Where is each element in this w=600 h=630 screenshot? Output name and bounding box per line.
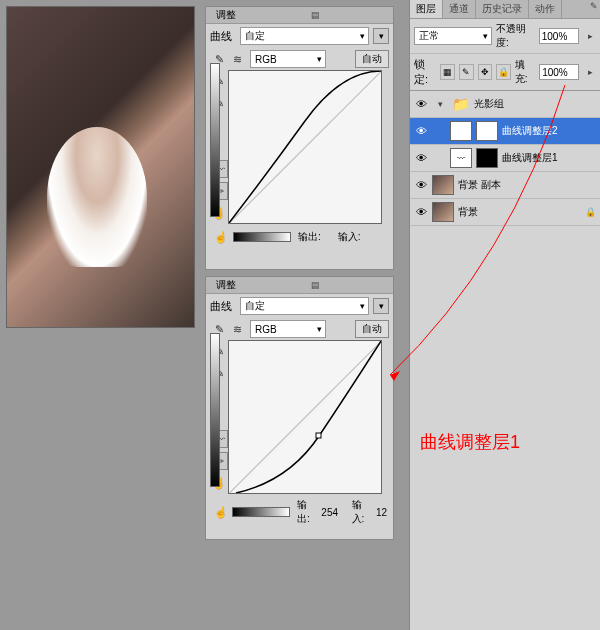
layer-group[interactable]: 👁 ▾ 📁 光影组 <box>410 91 600 118</box>
panel-header: 调整 ▤ <box>206 7 393 24</box>
tab-channels[interactable]: 通道 <box>443 0 476 18</box>
channel-icon: ≋ <box>228 50 246 68</box>
visibility-icon[interactable]: 👁 <box>414 205 428 219</box>
preset-menu-button[interactable]: ▾ <box>373 298 389 314</box>
preset-label: 曲线 <box>210 29 236 44</box>
menu-icon[interactable]: ▤ <box>310 9 322 21</box>
adjustment-thumb-icon: 〰 <box>450 121 472 141</box>
layer-curves-1[interactable]: 👁 〰 曲线调整层1 <box>410 145 600 172</box>
panel-title: 调整 <box>216 8 236 22</box>
input-value: 12 <box>376 507 387 518</box>
output-gradient-icon <box>210 63 220 217</box>
curve-graph[interactable] <box>228 70 382 224</box>
opacity-input[interactable]: 100% <box>539 28 579 44</box>
preset-select[interactable]: 自定 <box>240 27 369 45</box>
layer-bg-copy[interactable]: 👁 背景 副本 <box>410 172 600 199</box>
auto-button[interactable]: 自动 <box>355 50 389 68</box>
chevron-right-icon[interactable]: ▸ <box>585 66 596 78</box>
chevron-right-icon[interactable]: ▸ <box>585 30 596 42</box>
svg-rect-0 <box>316 433 321 438</box>
image-thumb-icon <box>432 202 454 222</box>
photo-preview <box>6 6 195 328</box>
fill-label: 填充: <box>515 58 535 86</box>
channel-select[interactable]: RGB <box>250 320 326 338</box>
preset-menu-button[interactable]: ▾ <box>373 28 389 44</box>
blend-mode-select[interactable]: 正常 <box>414 27 492 45</box>
tab-history[interactable]: 历史记录 <box>476 0 529 18</box>
brush-icon[interactable]: ✎ <box>588 0 600 12</box>
tab-layers[interactable]: 图层 <box>410 0 443 18</box>
curves-panel-2: 调整 ▤ 曲线 自定 ▾ ✎ ✎ ✎ 〰 ✏ ☝ ≋ RGB 自动 <box>205 276 394 540</box>
folder-icon: 📁 <box>450 95 470 113</box>
layers-panel: 图层 通道 历史记录 动作 ✎ 正常 不透明度: 100% ▸ 锁定: ▦ ✎ … <box>409 0 600 630</box>
layer-name: 光影组 <box>474 97 596 111</box>
visibility-icon[interactable]: 👁 <box>414 178 428 192</box>
target-icon[interactable]: ☝ <box>212 503 229 521</box>
input-label: 输入: <box>352 498 373 526</box>
panel-header: 调整 ▤ <box>206 277 393 294</box>
target-icon[interactable]: ☝ <box>212 228 230 246</box>
panel-tabs: 图层 通道 历史记录 动作 ✎ <box>410 0 600 19</box>
adjustment-thumb-icon: 〰 <box>450 148 472 168</box>
output-label: 输出: <box>297 498 318 526</box>
disclosure-triangle-icon[interactable]: ▾ <box>434 98 446 110</box>
menu-icon[interactable]: ▤ <box>310 279 322 291</box>
lock-label: 锁定: <box>414 57 436 87</box>
preset-select[interactable]: 自定 <box>240 297 369 315</box>
output-gradient-icon <box>210 333 220 487</box>
preset-label: 曲线 <box>210 299 236 314</box>
image-thumb-icon <box>432 175 454 195</box>
mask-thumb-icon <box>476 148 498 168</box>
input-gradient-icon <box>233 232 291 242</box>
layer-name: 背景 <box>458 205 581 219</box>
layer-name: 曲线调整层2 <box>502 124 596 138</box>
visibility-icon[interactable]: 👁 <box>414 97 428 111</box>
curve-graph[interactable] <box>228 340 382 494</box>
layer-tree: 👁 ▾ 📁 光影组 👁 〰 曲线调整层2 👁 〰 曲线调整层1 👁 背景 副本 … <box>410 91 600 226</box>
lock-icon: 🔒 <box>585 207 596 217</box>
curves-panel-1: 调整 ▤ 曲线 自定 ▾ ✎ ✎ ✎ 〰 ✏ ☝ ≋ RGB 自动 <box>205 6 394 270</box>
panel-title: 调整 <box>216 278 236 292</box>
input-gradient-icon <box>232 507 290 517</box>
lock-position-icon[interactable]: ✥ <box>478 64 493 80</box>
opacity-label: 不透明度: <box>496 22 535 50</box>
layer-curves-2[interactable]: 👁 〰 曲线调整层2 <box>410 118 600 145</box>
layer-bg[interactable]: 👁 背景 🔒 <box>410 199 600 226</box>
input-label: 输入: <box>338 230 361 244</box>
layer-name: 曲线调整层1 <box>502 151 596 165</box>
mask-thumb-icon <box>476 121 498 141</box>
layer-name: 背景 副本 <box>458 178 596 192</box>
lock-transparency-icon[interactable]: ▦ <box>440 64 455 80</box>
fill-input[interactable]: 100% <box>539 64 579 80</box>
channel-icon: ≋ <box>228 320 246 338</box>
output-value: 254 <box>321 507 338 518</box>
auto-button[interactable]: 自动 <box>355 320 389 338</box>
visibility-icon[interactable]: 👁 <box>414 151 428 165</box>
channel-select[interactable]: RGB <box>250 50 326 68</box>
visibility-icon[interactable]: 👁 <box>414 124 428 138</box>
output-label: 输出: <box>298 230 321 244</box>
lock-all-icon[interactable]: 🔒 <box>496 64 511 80</box>
annotation-label: 曲线调整层1 <box>420 430 520 454</box>
tab-actions[interactable]: 动作 <box>529 0 562 18</box>
lock-pixels-icon[interactable]: ✎ <box>459 64 474 80</box>
